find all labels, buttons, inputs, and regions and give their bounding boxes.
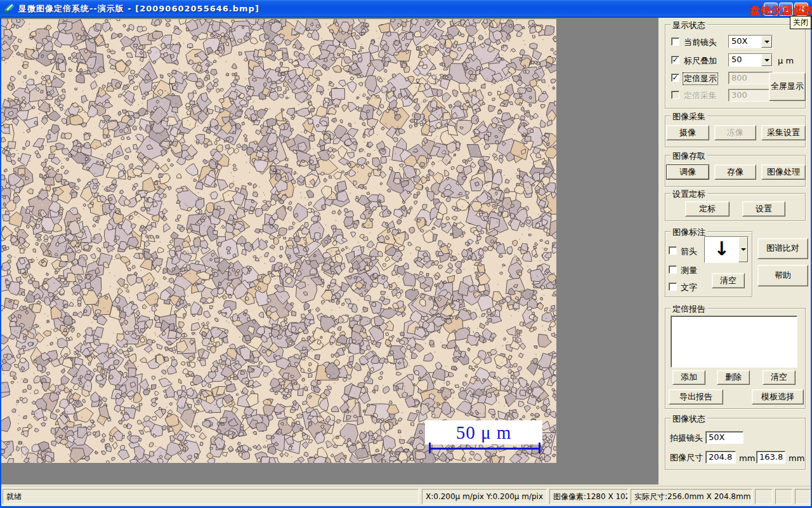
atlas-compare-button[interactable]: 图谱比对 [757, 238, 808, 259]
fixed-capture-field: 300 [728, 89, 773, 102]
scale-overlay-combobox[interactable]: 50 [728, 53, 773, 67]
calibrate-button[interactable]: 定标 [685, 201, 730, 217]
scale-overlay-checkbox[interactable]: ✓ [671, 56, 679, 64]
group-storage-title: 图像存取 [671, 150, 707, 162]
report-delete-button[interactable]: 删除 [717, 370, 750, 385]
report-add-button[interactable]: 添加 [672, 370, 705, 385]
fullscreen-button[interactable]: 全屏显示 [769, 72, 806, 101]
scale-overlay-value: 50 [729, 54, 761, 66]
annotation-clear-button[interactable]: 清空 [712, 273, 745, 288]
fixed-display-checkbox[interactable]: ✓ [671, 74, 679, 82]
arrow-style-dropdown-button[interactable] [738, 237, 748, 262]
scale-unit-label: μ m [778, 56, 794, 65]
shooting-lens-field[interactable]: 50X [705, 431, 743, 444]
freeze-button: 冻像 [714, 125, 756, 140]
arrow-checkbox[interactable] [669, 246, 677, 255]
image-height-unit: mm [789, 453, 804, 463]
shooting-lens-label: 拍摄镜头 [670, 432, 703, 444]
report-listbox[interactable] [671, 316, 797, 368]
scale-overlay-dropdown-button[interactable] [761, 54, 772, 66]
status-ready: 就绪 [3, 489, 419, 504]
current-lens-dropdown-button[interactable] [761, 36, 772, 48]
group-image-status-title: 图像状态 [671, 413, 707, 425]
chevron-down-icon [741, 248, 746, 251]
status-empty-panel [775, 489, 792, 504]
current-lens-combobox[interactable]: 50X [728, 35, 773, 48]
template-select-button[interactable]: 模板选择 [752, 389, 804, 404]
image-size-label: 图像尺寸 [670, 452, 703, 464]
save-image-button[interactable]: 存像 [714, 164, 756, 180]
control-sidebar: 显示状态 当前镜头 50X ✓ 标尺叠加 50 μ m ✓ 定倍显示 800 定… [661, 18, 811, 486]
status-bar: 就绪 X:0.200μ m/pix Y:0.200μ m/pix 图像像素:12… [1, 486, 811, 506]
measure-checkbox[interactable] [669, 265, 677, 274]
micrograph-image[interactable] [1, 19, 556, 463]
fixed-display-label: 定倍显示 [683, 72, 718, 85]
group-display-status-title: 显示状态 [671, 20, 707, 31]
status-image-pixels: 图像像素:1280 X 1024 [549, 489, 628, 504]
group-capture-title: 图像采集 [671, 111, 707, 123]
group-calibration-title: 设置定标 [671, 189, 707, 200]
arrow-label: 箭头 [681, 246, 697, 257]
image-width-field[interactable]: 204.8 [705, 451, 736, 464]
fixed-display-field: 800 [728, 72, 773, 84]
measure-label: 测量 [681, 265, 697, 276]
check-icon: ✓ [672, 55, 678, 64]
check-icon: ✓ [672, 73, 678, 82]
current-lens-label: 当前镜头 [684, 37, 717, 48]
export-report-button[interactable]: 导出报告 [669, 389, 723, 404]
group-annotation-title: 图像标注 [671, 227, 707, 238]
text-checkbox[interactable] [669, 283, 677, 291]
scale-overlay-label: 标尺叠加 [684, 55, 717, 67]
chevron-down-icon [764, 59, 769, 62]
status-pixel-scale: X:0.200μ m/pix Y:0.200μ m/pix [422, 489, 547, 504]
current-lens-value: 50X [729, 36, 761, 48]
image-height-field[interactable]: 163.8 [756, 451, 785, 464]
app-icon [4, 3, 15, 15]
scale-bar-tick-left [429, 443, 431, 453]
app-window: 显微图像定倍系统--演示版 - [20090602055646.bmp] × 盘… [0, 0, 812, 508]
chevron-down-icon [764, 41, 769, 43]
down-arrow-icon: ↓ [714, 239, 730, 258]
load-image-button[interactable]: 调像 [666, 164, 709, 180]
help-button[interactable]: 帮助 [757, 265, 808, 286]
close-tooltip: 关闭 [790, 16, 811, 29]
capture-settings-button[interactable]: 采集设置 [761, 125, 806, 140]
group-report-title: 定倍报告 [671, 304, 707, 315]
image-viewport: 50 μ m [1, 18, 658, 485]
image-width-unit: mm [739, 453, 755, 463]
scale-bar-label-box: 50 μ m [425, 420, 542, 444]
scale-bar-tick-right [539, 443, 540, 453]
fixed-capture-label: 定倍采集 [684, 90, 717, 102]
scale-bar-line [429, 448, 540, 450]
camera-button[interactable]: 摄像 [666, 125, 709, 140]
arrow-style-picker[interactable]: ↓ [704, 236, 749, 263]
window-title: 显微图像定倍系统--演示版 - [20090602055646.bmp] [18, 3, 259, 15]
status-actual-size: 实际尺寸:256.0mm X 204.8mm [631, 489, 752, 504]
calibration-settings-button[interactable]: 设置 [742, 201, 785, 217]
status-empty-panel [795, 489, 811, 504]
current-lens-checkbox[interactable] [671, 37, 679, 46]
fixed-capture-checkbox [671, 91, 679, 99]
report-clear-button[interactable]: 清空 [763, 370, 796, 385]
title-bar[interactable]: 显微图像定倍系统--演示版 - [20090602055646.bmp] × 盘… [0, 0, 812, 18]
image-processing-button[interactable]: 图像处理 [761, 164, 806, 180]
scale-bar-text: 50 μ m [456, 422, 512, 443]
status-empty-panel [755, 489, 773, 504]
main-area: 50 μ m 显示状态 当前镜头 50X ✓ 标尺叠加 50 μ [1, 18, 811, 486]
text-label: 文字 [681, 282, 697, 293]
